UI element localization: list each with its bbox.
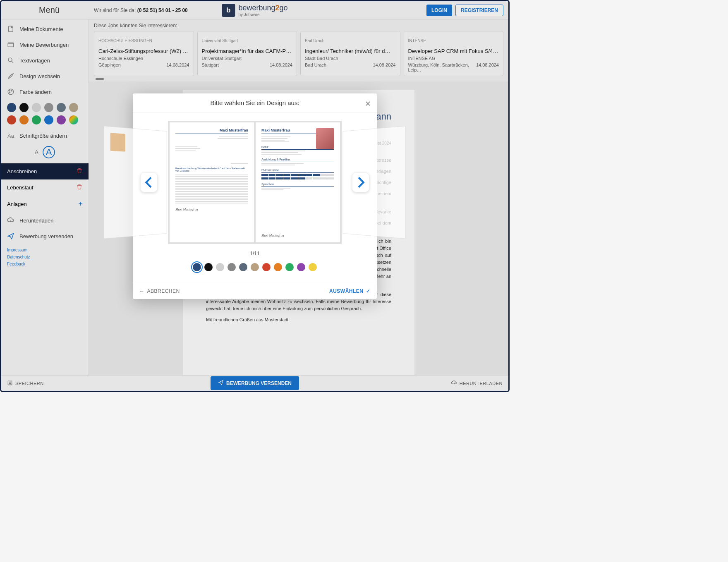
color-swatch[interactable]	[193, 263, 201, 271]
color-swatch[interactable]	[228, 263, 236, 271]
color-swatch[interactable]	[262, 263, 271, 271]
photo-placeholder	[316, 128, 334, 149]
select-button[interactable]: AUSWÄHLEN ✓	[329, 288, 370, 294]
design-preview-current[interactable]: Maxi Musterfrau Ih	[168, 121, 342, 244]
color-swatch[interactable]	[285, 263, 294, 271]
modal-color-palette	[137, 261, 373, 277]
color-swatch[interactable]	[239, 263, 247, 271]
carousel-next-button[interactable]	[352, 172, 369, 192]
carousel-pager: 1/11	[137, 251, 373, 256]
close-icon[interactable]: ✕	[365, 99, 371, 108]
modal-title: Bitte wählen Sie ein Design aus:	[210, 99, 299, 106]
arrow-left-icon: ←	[139, 288, 145, 294]
color-swatch[interactable]	[204, 263, 213, 271]
carousel-prev-button[interactable]	[140, 172, 158, 192]
design-modal: Bitte wählen Sie ein Design aus: ✕ Maxi …	[133, 93, 377, 299]
modal-overlay: Bitte wählen Sie ein Design aus: ✕ Maxi …	[1, 1, 508, 391]
color-swatch[interactable]	[297, 263, 305, 271]
color-swatch[interactable]	[274, 263, 282, 271]
check-icon: ✓	[366, 288, 371, 294]
design-carousel: Maxi Musterfrau Ih	[137, 118, 373, 246]
cancel-button[interactable]: ← ABBRECHEN	[139, 288, 180, 294]
design-cover-letter: Maxi Musterfrau Ih	[170, 122, 254, 242]
color-swatch[interactable]	[251, 263, 259, 271]
design-cv: Maxi Musterfrau Beruf Ausbildung & Prakt…	[256, 122, 340, 242]
color-swatch[interactable]	[216, 263, 224, 271]
color-swatch[interactable]	[309, 263, 317, 271]
